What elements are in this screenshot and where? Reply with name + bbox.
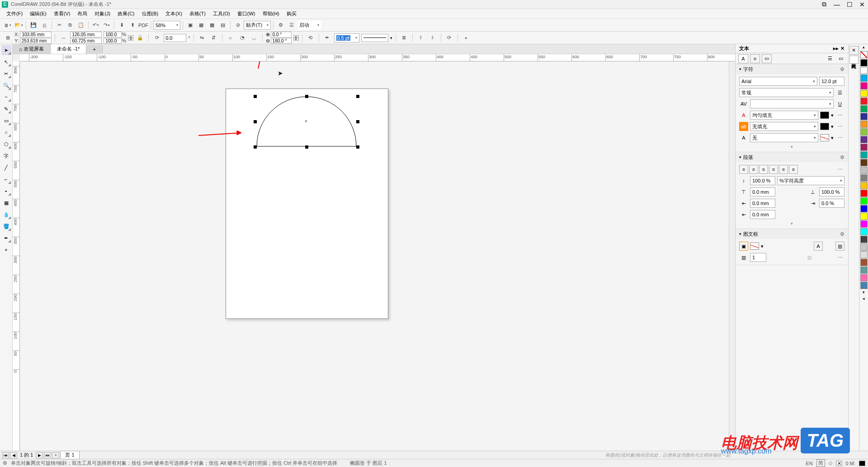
handle-tc[interactable] — [305, 95, 308, 98]
align-full-button[interactable]: ≡ — [779, 165, 788, 174]
snap-combo[interactable]: 贴齐(T)▾ — [244, 21, 271, 30]
color-swatch[interactable] — [860, 197, 868, 205]
docker-options-button[interactable]: ▭ — [836, 54, 845, 63]
y-input[interactable] — [20, 38, 52, 44]
menu-file[interactable]: 文件(F) — [3, 9, 26, 18]
ellipse-button[interactable]: ○ — [226, 33, 236, 43]
fullscreen-button[interactable]: ▣ — [185, 20, 195, 30]
color-swatch[interactable] — [860, 213, 868, 220]
menu-layout[interactable]: 布局 — [74, 9, 91, 18]
menu-buy[interactable]: 购买 — [283, 9, 300, 18]
indent2-left-input[interactable] — [750, 199, 775, 208]
menu-effects[interactable]: 效果(C) — [114, 9, 138, 18]
scale-x-input[interactable] — [104, 32, 122, 37]
palette-expand-button[interactable]: ◂ — [860, 296, 868, 302]
polygon-tool[interactable]: ⬠ — [1, 139, 11, 149]
color-swatch[interactable] — [860, 98, 868, 105]
tab-add[interactable]: + — [86, 45, 102, 53]
handle-tl[interactable] — [254, 95, 257, 98]
mirror-v-button[interactable]: ⇵ — [209, 33, 219, 43]
show-rulers-button[interactable]: ▦ — [196, 20, 206, 30]
scale-y-input[interactable] — [104, 38, 122, 44]
menu-object[interactable]: 对象(J) — [91, 9, 114, 18]
color-swatch[interactable] — [860, 167, 868, 174]
menu-tools[interactable]: 工具(O) — [209, 9, 234, 18]
launch-combo[interactable]: 启动▾ — [297, 21, 321, 30]
status-gear-icon[interactable]: ⚙ — [3, 460, 7, 466]
docker-close-button[interactable]: ✕ — [840, 46, 844, 51]
restore-down-button[interactable]: ⧉ — [820, 1, 828, 8]
color-swatch[interactable] — [860, 144, 868, 151]
outline-more-button[interactable]: ⋯ — [835, 133, 844, 142]
text-tool[interactable]: 字 — [1, 151, 11, 161]
frame-columns-button[interactable]: ▥ — [835, 242, 844, 251]
ruler-vertical[interactable]: 8007507006506005505004504003503002502001… — [13, 61, 20, 451]
no-color-swatch[interactable] — [860, 51, 868, 58]
nav-prev-button[interactable]: ◀ — [10, 452, 17, 458]
para-expand-button[interactable]: ▾ — [739, 221, 844, 226]
docker-tab-frame[interactable]: ▭ — [762, 54, 772, 63]
menu-edit[interactable]: 编辑(E) — [26, 9, 50, 18]
frame-align-button[interactable]: A — [814, 242, 823, 251]
scale-spinner[interactable]: ▴▾ — [128, 35, 133, 41]
color-swatch[interactable] — [860, 128, 868, 135]
redo-button[interactable]: ↷ — [102, 20, 112, 30]
menu-bitmap[interactable]: 位图(B) — [138, 9, 162, 18]
color-swatch[interactable] — [860, 82, 868, 89]
canvas[interactable]: × ➤ — [20, 61, 729, 451]
x-input[interactable] — [20, 32, 52, 37]
parallel-dim-tool[interactable]: ╱ — [1, 163, 11, 173]
indent-right-input[interactable] — [819, 187, 844, 196]
close-button[interactable]: ✕ — [858, 1, 866, 8]
gear-icon[interactable]: ⚙ — [840, 231, 844, 237]
color-swatch[interactable] — [860, 75, 868, 82]
crop-tool[interactable]: ✂ — [1, 69, 11, 79]
color-swatch[interactable] — [860, 113, 868, 120]
color-swatch[interactable] — [860, 151, 868, 159]
frame-link-button[interactable]: ⊡ — [805, 253, 814, 262]
connector-tool[interactable]: ⌐ — [1, 174, 11, 184]
color-swatch[interactable] — [860, 182, 868, 189]
layout-button[interactable]: ☰ — [287, 20, 297, 30]
eyedropper-tool[interactable]: 💧 — [1, 210, 11, 219]
nav-next-button[interactable]: ▶ — [36, 452, 43, 458]
status-outline-swatch[interactable] — [859, 461, 865, 466]
bg-color-swatch[interactable] — [820, 123, 829, 130]
section-paragraph[interactable]: ▾段落⚙ — [736, 152, 848, 162]
font-list-button[interactable]: ☰ — [835, 88, 844, 97]
copy-button[interactable]: ⧉ — [65, 20, 75, 30]
pick-tool[interactable]: ➤ — [1, 45, 11, 55]
lang-en[interactable]: EN — [806, 461, 812, 466]
color-swatch[interactable] — [860, 228, 868, 235]
frame-vertical-top-button[interactable]: ▣ — [739, 242, 748, 251]
fill-mode-combo[interactable]: 均匀填充▾ — [750, 111, 818, 120]
color-swatch[interactable] — [860, 121, 868, 128]
outline-width-combo[interactable]: 0.5 pt▾ — [334, 33, 359, 42]
height-input[interactable] — [70, 38, 102, 44]
export-button[interactable]: ⬆ — [127, 20, 137, 30]
handle-bl[interactable] — [254, 145, 257, 149]
transparency-tool[interactable]: ▦ — [1, 198, 11, 208]
docker-tab-para[interactable]: ≡ — [750, 54, 760, 63]
drop-shadow-tool[interactable]: ▪ — [1, 186, 11, 196]
show-guides-button[interactable]: ▤ — [218, 20, 228, 30]
ruler-horizontal[interactable]: -200-150-100-500501001502002503003504004… — [20, 54, 735, 61]
cut-button[interactable]: ✂ — [54, 20, 64, 30]
snap-off-button[interactable]: ⊘ — [233, 20, 243, 30]
wrap-text-button[interactable]: ≣ — [399, 33, 409, 43]
align-center-button[interactable]: ≡ — [749, 165, 758, 174]
color-swatch[interactable] — [860, 266, 868, 274]
angle-spinner[interactable]: ▴▾ — [293, 35, 299, 41]
spacing-unit-combo[interactable]: %字符高度▾ — [777, 176, 844, 185]
undo-button[interactable]: ↶ — [91, 20, 101, 30]
color-swatch[interactable] — [860, 136, 868, 143]
direction-button[interactable]: ⟲ — [306, 33, 316, 43]
handle-tr[interactable] — [356, 95, 359, 98]
ellipse-tool[interactable]: ○ — [1, 127, 11, 137]
artistic-media-tool[interactable]: ✎ — [1, 104, 11, 114]
color-swatch[interactable] — [860, 205, 868, 212]
paste-button[interactable]: 📋 — [76, 20, 86, 30]
nav-last-button[interactable]: ⏭ — [44, 452, 51, 458]
tab-document[interactable]: 未命名 -1* — [51, 44, 86, 54]
menu-window[interactable]: 窗口(W) — [234, 9, 259, 18]
